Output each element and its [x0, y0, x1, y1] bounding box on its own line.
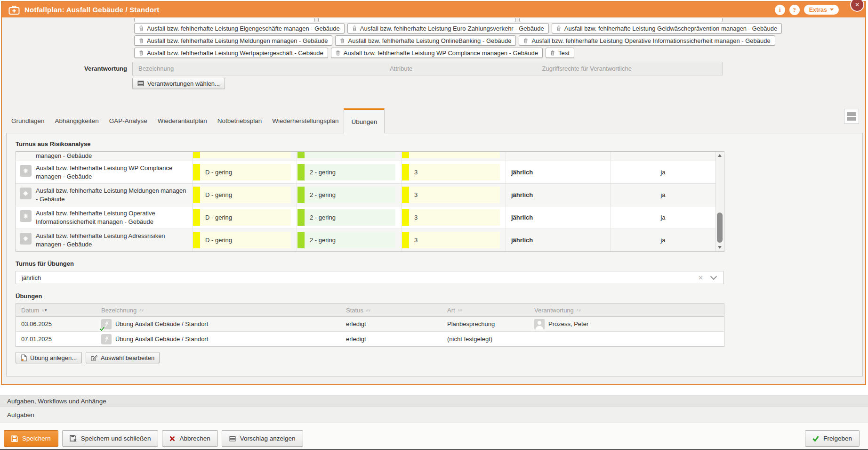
service-tag[interactable]: Ausfall bzw. fehlherhafte Leistung Eigen…: [134, 23, 345, 33]
column-header-art[interactable]: Art∧∨: [442, 307, 529, 314]
service-tag[interactable]: Ausfall bzw. fehlherhafte Leistung Geldw…: [552, 23, 782, 33]
scrollbar-thumb[interactable]: [717, 213, 723, 243]
tab-grundlagen[interactable]: Grundlagen: [6, 108, 50, 133]
button-label: Vorschlag anzeigen: [240, 435, 296, 442]
scroll-up-icon[interactable]: [718, 154, 722, 157]
turnus-select[interactable]: jährlich ✕: [16, 271, 723, 284]
cancel-button[interactable]: Abbrechen: [162, 430, 217, 447]
vertical-scrollbar[interactable]: [715, 152, 724, 251]
service-tag[interactable]: Ausfall bzw. fehlherhafte Leistung Opera…: [519, 35, 775, 46]
done-check-icon: [99, 327, 104, 331]
service-tag[interactable]: Test: [546, 48, 574, 58]
probability-value: 2 - gering: [305, 209, 395, 226]
level-cell: 3: [402, 206, 506, 229]
help-icon[interactable]: ?: [789, 5, 800, 15]
save-and-close-button[interactable]: Speichern und schließen: [62, 430, 159, 447]
status-cell: erledigt: [341, 335, 442, 343]
level-value: 3: [409, 209, 500, 226]
chevron-down-icon[interactable]: [710, 273, 717, 280]
tag-row: Ausfall bzw. fehlherhafte Leistung Eigen…: [134, 23, 725, 33]
section-header-aufgaben[interactable]: Aufgaben: [0, 407, 868, 423]
turnus-value: jährlich: [506, 229, 611, 251]
select-value: jährlich: [22, 274, 41, 281]
tag-label: Ausfall bzw. fehlherhafte Leistung Wertp…: [147, 49, 323, 57]
column-header-attribute: Attribute: [390, 65, 412, 72]
table-row[interactable]: Ausfall bzw. fehlherhafte Leistung Opera…: [16, 206, 715, 229]
column-header-bezeichnung: Bezeichnung: [138, 65, 174, 72]
damage-cell: D - gering: [193, 229, 297, 251]
probability-value: 2 - gering: [305, 187, 395, 203]
risk-name: Ausfall bzw. fehlherhafte Leistung Meldu…: [36, 187, 187, 203]
turnus-value: jährlich: [506, 161, 611, 183]
uebung-anlegen-button[interactable]: Übung anlegen...: [16, 352, 82, 363]
probability-indicator: [297, 164, 305, 180]
table-row-partial[interactable]: managen - Gebäude: [16, 152, 715, 161]
application-window: Notfallplan: Ausfall Gebäude / Standort …: [0, 0, 868, 450]
table-row[interactable]: 03.06.2025 Übung Ausfall Gebäude / Stand…: [16, 317, 724, 332]
damage-value: D - gering: [200, 187, 291, 203]
extras-label: Extras: [809, 7, 827, 13]
exercise-name: Übung Ausfall Gebäude / Standort: [115, 335, 208, 343]
tab-notbetriebsplan[interactable]: Notbetriebsplan: [212, 108, 267, 133]
tag-label: Ausfall bzw. fehlherhafte Leistung WP Co…: [344, 49, 538, 57]
probability-cell: 2 - gering: [297, 184, 402, 206]
table-header-row: Datum∧▼ Bezeichnung∧∨ Status∧∨ Art∧∨ Ver…: [16, 304, 724, 317]
risk-table-body: managen - Gebäude Ausfall bzw. fehlherha…: [16, 152, 715, 251]
service-tag[interactable]: Ausfall bzw. fehlherhafte Leistung Onlin…: [335, 35, 516, 46]
level-cell: 3: [402, 229, 506, 251]
section-header-workflows[interactable]: Aufgaben, Workflows und Anhänge: [0, 395, 868, 407]
service-tag[interactable]: Ausfall bzw. fehlherhafte Leistung WP Co…: [331, 48, 543, 58]
dialog-title: Notfallplan: Ausfall Gebäude / Standort: [24, 6, 159, 14]
tag-stub[interactable]: [318, 18, 516, 22]
table-row[interactable]: Ausfall bzw. fehlherhafte Leistung WP Co…: [16, 161, 715, 184]
service-tag[interactable]: Ausfall bzw. fehlherhafte Leistung Meldu…: [134, 35, 332, 46]
bezeichnung-cell: Übung Ausfall Gebäude / Standort: [96, 319, 341, 329]
status-cell: erledigt: [341, 320, 442, 327]
sort-icons: ∧∨: [366, 308, 370, 312]
tag-stub[interactable]: [134, 18, 315, 22]
risk-name: managen - Gebäude: [36, 152, 92, 160]
table-row[interactable]: Ausfall bzw. fehlherhafte Leistung Meldu…: [16, 184, 715, 206]
info-icon[interactable]: i: [775, 5, 785, 15]
bezeichnung-cell: Übung Ausfall Gebäude / Standort: [96, 334, 341, 344]
column-header-status[interactable]: Status∧∨: [341, 307, 442, 314]
scroll-down-icon[interactable]: [718, 246, 722, 249]
tab-abhaengigkeiten[interactable]: Abhängigkeiten: [50, 108, 104, 133]
tab-wiederherstellungsplan[interactable]: Wiederherstellungsplan: [267, 108, 344, 133]
tab-uebungen[interactable]: Übungen: [344, 108, 385, 133]
layout-toggle-button[interactable]: [844, 109, 859, 124]
tag-stub[interactable]: [519, 18, 723, 22]
damage-value: D - gering: [200, 232, 291, 248]
service-tag[interactable]: Ausfall bzw. fehlherhafte Leistung Euro-…: [347, 23, 549, 33]
turnus-select-title: Turnus für Übungen: [16, 260, 862, 267]
tag-row: Ausfall bzw. fehlherhafte Leistung Wertp…: [134, 48, 725, 58]
risk-name: Ausfall bzw. fehlherhafte Leistung WP Co…: [36, 164, 187, 180]
tag-label: Ausfall bzw. fehlherhafte Leistung Meldu…: [147, 37, 328, 44]
close-icon[interactable]: ✕: [850, 0, 864, 12]
tag-stub-row: [134, 18, 725, 22]
service-tag[interactable]: Ausfall bzw. fehlherhafte Leistung Wertp…: [134, 48, 328, 58]
probability-indicator: [297, 209, 305, 226]
tag-label: Ausfall bzw. fehlherhafte Leistung Euro-…: [360, 25, 544, 32]
save-button[interactable]: Speichern: [4, 430, 58, 447]
verantwortungen-waehlen-button[interactable]: Verantwortungen wählen...: [132, 78, 225, 89]
table-row[interactable]: 07.01.2025 Übung Ausfall Gebäude / Stand…: [16, 332, 724, 346]
tab-gap-analyse[interactable]: GAP-Analyse: [104, 108, 153, 133]
verantwortung-cell: Prozess, Peter: [529, 319, 724, 329]
release-button[interactable]: Freigeben: [805, 430, 860, 447]
section-header-label: Aufgaben: [7, 411, 34, 418]
table-row[interactable]: Ausfall bzw. fehlherhafte Leistung Adres…: [16, 229, 715, 251]
show-proposal-button[interactable]: Vorschlag anzeigen: [222, 430, 303, 447]
chevron-down-icon: [830, 8, 834, 11]
probability-indicator: [297, 232, 305, 248]
tab-wiederanlaufplan[interactable]: Wiederanlaufplan: [153, 108, 212, 133]
column-header-datum[interactable]: Datum∧▼: [16, 307, 96, 314]
auswahl-bearbeiten-button[interactable]: Auswahl bearbeiten: [86, 352, 160, 363]
extras-button[interactable]: Extras: [804, 5, 839, 15]
column-header-verantwortung[interactable]: Verantwortung∧∨: [529, 307, 724, 314]
risk-table: managen - Gebäude Ausfall bzw. fehlherha…: [16, 151, 724, 252]
clear-icon[interactable]: ✕: [698, 274, 703, 281]
column-header-bezeichnung[interactable]: Bezeichnung∧∨: [96, 307, 341, 314]
first-aid-kit-icon: [8, 5, 20, 15]
tag-label: Ausfall bzw. fehlherhafte Leistung Eigen…: [147, 25, 340, 32]
